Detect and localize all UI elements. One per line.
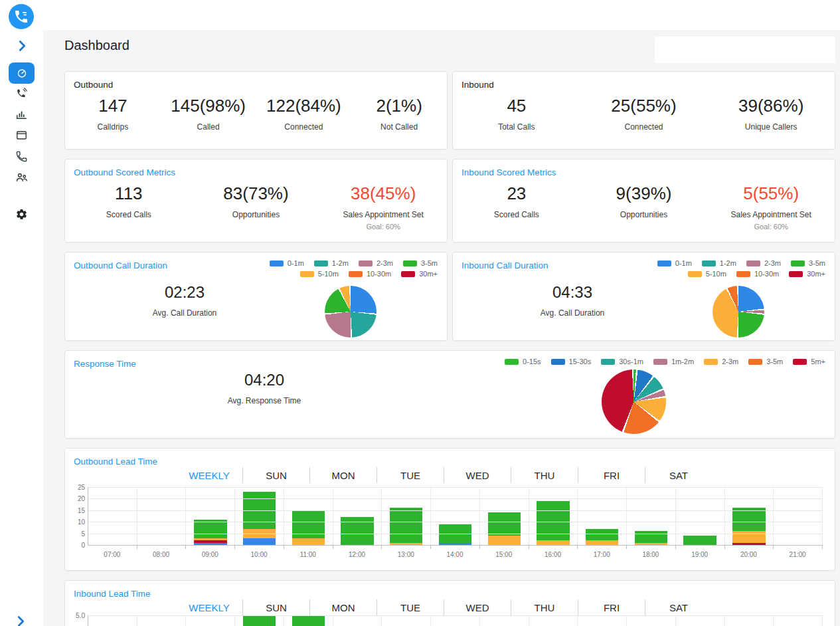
bar-segment-green <box>292 615 325 626</box>
sidebar-item-calls[interactable] <box>15 86 29 100</box>
stacked-bar[interactable] <box>243 492 276 545</box>
plot-column <box>774 487 823 545</box>
stacked-bar[interactable] <box>635 531 667 545</box>
metric-label: Connected <box>256 122 352 132</box>
metric-goal: Goal: 60% <box>319 223 447 231</box>
legend-label: 0-15s <box>523 358 541 365</box>
stacked-bar[interactable] <box>341 517 373 545</box>
tab-tue[interactable]: TUE <box>379 470 442 481</box>
sidebar-item-dashboard[interactable] <box>9 62 35 84</box>
tab-divider <box>511 467 511 483</box>
sidebar-item-reports[interactable] <box>15 107 29 121</box>
tab-sat[interactable]: SAT <box>647 602 710 613</box>
stacked-bar[interactable] <box>439 524 471 545</box>
tab-thu[interactable]: THU <box>513 470 576 481</box>
card-title: Inbound <box>462 80 494 90</box>
tab-tue[interactable]: TUE <box>379 602 442 613</box>
x-tick-label: 17:00 <box>577 551 626 558</box>
legend-swatch <box>401 271 415 277</box>
header-panel[interactable] <box>655 37 835 63</box>
bar-segment-green <box>243 615 276 626</box>
legend-label: 2-3m <box>377 259 393 267</box>
stacked-bar[interactable] <box>292 615 325 626</box>
response-row: Response Time 04:20 Avg. Response Time 0… <box>64 350 835 439</box>
tab-sun[interactable]: SUN <box>245 602 307 613</box>
stacked-bar[interactable] <box>537 501 569 545</box>
tab-sat[interactable]: SAT <box>647 470 710 481</box>
stacked-bar[interactable] <box>683 536 716 545</box>
pie-legend: 0-1m1-2m2-3m3-5m5-10m10-30m30m+ <box>270 259 438 278</box>
plot-column <box>333 487 382 545</box>
phone-logo-icon <box>13 9 29 25</box>
plot-column <box>186 487 235 545</box>
x-tick-label: 14:00 <box>430 551 479 558</box>
metric-label: Scored Calls <box>453 210 580 219</box>
tab-wed[interactable]: WED <box>446 602 509 613</box>
tab-divider <box>242 467 243 483</box>
bar-segment-green <box>732 508 765 531</box>
stacked-bar[interactable] <box>194 520 226 545</box>
tab-sun[interactable]: SUN <box>245 470 307 481</box>
tab-fri[interactable]: FRI <box>580 602 643 613</box>
bar-segment-amber <box>292 538 325 545</box>
metric-label: Not Called <box>351 122 447 132</box>
tab-mon[interactable]: MON <box>312 470 375 481</box>
tab-weekly[interactable]: WEEKLY <box>178 602 240 613</box>
plot-column <box>676 487 725 545</box>
metric: 113Scored Calls <box>65 183 193 231</box>
tab-fri[interactable]: FRI <box>580 470 643 481</box>
plot-column <box>235 487 284 545</box>
tab-thu[interactable]: THU <box>513 602 576 613</box>
sidebar-item-settings[interactable] <box>15 207 29 221</box>
legend-item: 2-3m <box>359 259 393 267</box>
users-icon <box>15 170 29 184</box>
metric-value: 2(1%) <box>351 96 447 116</box>
outbound-card: Outbound 147Calldrips 145(98%)Called 122… <box>64 71 448 150</box>
page-header: Dashboard <box>64 30 835 71</box>
legend-item: 1-2m <box>314 259 349 267</box>
legend-item: 30m+ <box>789 270 825 278</box>
x-tick-label: 08:00 <box>137 551 186 558</box>
legend-swatch <box>403 261 417 266</box>
bar-segment-green <box>194 520 226 538</box>
metric-value: 147 <box>65 96 161 116</box>
plot-column <box>235 615 284 626</box>
lead-time-tabs: WEEKLYSUNMONTUEWEDTHUFRISAT <box>178 466 710 484</box>
plot-column <box>137 615 187 626</box>
stacked-bar[interactable] <box>390 508 422 545</box>
avg-duration-label: Avg. Call Duration <box>85 308 284 318</box>
tab-weekly[interactable]: WEEKLY <box>178 470 240 481</box>
sidebar-item-browser[interactable] <box>15 128 29 142</box>
chat-widget-chevron-icon[interactable] <box>13 614 29 626</box>
legend-item: 0-15s <box>505 358 541 365</box>
metric-value: 122(84%) <box>256 96 352 116</box>
stacked-bar[interactable] <box>292 510 325 545</box>
legend-swatch <box>793 359 807 365</box>
sidebar-item-phone[interactable] <box>15 150 29 163</box>
stacked-bar[interactable] <box>732 508 765 545</box>
bar-chart-icon <box>15 108 28 120</box>
sidebar-item-team[interactable] <box>15 170 29 184</box>
legend-label: 3-5m <box>766 358 783 365</box>
plot-column <box>333 615 382 626</box>
card-title: Outbound Scored Metrics <box>74 167 175 177</box>
plot-column <box>137 487 187 545</box>
legend-item: 2-3m <box>746 259 781 267</box>
tab-mon[interactable]: MON <box>312 602 375 613</box>
metric-value: 145(98%) <box>161 96 256 116</box>
legend-item: 15-30s <box>551 358 592 365</box>
legend-label: 30m+ <box>419 270 438 278</box>
legend-swatch <box>505 359 519 365</box>
legend-swatch <box>704 359 718 365</box>
response-time-pie <box>602 369 666 434</box>
tab-wed[interactable]: WED <box>446 470 509 481</box>
stacked-bar[interactable] <box>243 615 276 626</box>
collapse-chevron-icon[interactable] <box>15 39 29 53</box>
avg-response: 04:20 Avg. Response Time <box>191 371 337 405</box>
calldrip-logo[interactable] <box>9 4 34 29</box>
plot-column <box>431 487 480 545</box>
legend-swatch <box>746 261 760 266</box>
stacked-bar[interactable] <box>488 512 521 545</box>
y-tick-label: 5 <box>70 530 85 538</box>
stacked-bar[interactable] <box>586 529 618 545</box>
